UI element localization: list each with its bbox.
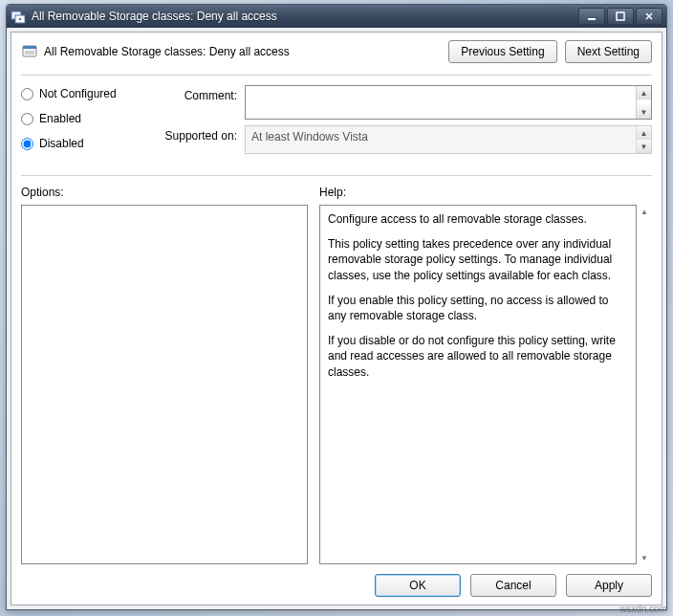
radio-disabled-label: Disabled xyxy=(39,137,84,150)
comment-label: Comment: xyxy=(151,85,237,120)
close-button[interactable] xyxy=(636,8,662,25)
comment-supported-column: Comment: ▲ ▼ Supported on: At least Wind… xyxy=(151,85,652,160)
svg-rect-8 xyxy=(23,46,36,49)
scroll-down-icon[interactable]: ▼ xyxy=(637,551,652,564)
radio-enabled-input[interactable] xyxy=(21,113,33,125)
radio-group: Not Configured Enabled Disabled xyxy=(21,85,134,160)
supported-scroll: ▲ ▼ xyxy=(636,126,651,153)
nav-buttons: Previous Setting Next Setting xyxy=(448,40,652,63)
comment-scroll: ▲ ▼ xyxy=(636,86,651,119)
svg-point-2 xyxy=(19,18,22,21)
options-pane xyxy=(21,205,308,564)
section-labels: Options: Help: xyxy=(21,186,652,199)
help-scroll: ▲ ▼ xyxy=(637,205,652,564)
window-controls xyxy=(578,8,662,25)
radio-enabled[interactable]: Enabled xyxy=(21,112,134,125)
radio-enabled-label: Enabled xyxy=(39,112,81,125)
divider xyxy=(21,75,652,76)
supported-value: At least Windows Vista xyxy=(246,126,636,153)
apply-button[interactable]: Apply xyxy=(566,574,652,597)
help-paragraph: This policy setting takes precedence ove… xyxy=(328,236,628,283)
window-title: All Removable Storage classes: Deny all … xyxy=(32,10,578,23)
scroll-down-icon[interactable]: ▼ xyxy=(637,140,651,153)
config-row: Not Configured Enabled Disabled Comment: xyxy=(21,85,652,160)
scroll-up-icon[interactable]: ▲ xyxy=(637,126,651,140)
radio-disabled-input[interactable] xyxy=(21,138,33,150)
panes: Configure access to all removable storag… xyxy=(21,205,652,564)
client-area: All Removable Storage classes: Deny all … xyxy=(11,32,662,605)
radio-not-configured-label: Not Configured xyxy=(39,87,117,100)
radio-disabled[interactable]: Disabled xyxy=(21,137,134,150)
policy-title: All Removable Storage classes: Deny all … xyxy=(44,45,448,58)
maximize-button[interactable] xyxy=(607,8,634,25)
radio-not-configured[interactable]: Not Configured xyxy=(21,87,134,100)
help-paragraph: If you disable or do not configure this … xyxy=(328,333,628,380)
cancel-button[interactable]: Cancel xyxy=(470,574,556,597)
supported-field: At least Windows Vista ▲ ▼ xyxy=(245,125,652,154)
scroll-up-icon[interactable]: ▲ xyxy=(637,86,651,99)
watermark: wsxdn.com xyxy=(619,604,667,614)
supported-label: Supported on: xyxy=(151,125,237,154)
minimize-button[interactable] xyxy=(578,8,605,25)
scroll-up-icon[interactable]: ▲ xyxy=(637,205,652,218)
scroll-down-icon[interactable]: ▼ xyxy=(637,105,651,119)
comment-field-wrap: ▲ ▼ xyxy=(245,85,652,120)
help-paragraph: Configure access to all removable storag… xyxy=(328,211,628,227)
svg-rect-3 xyxy=(588,18,596,20)
help-pane: Configure access to all removable storag… xyxy=(319,205,637,564)
divider xyxy=(21,175,652,176)
svg-rect-4 xyxy=(617,12,624,20)
ok-button[interactable]: OK xyxy=(375,574,461,597)
help-pane-wrap: Configure access to all removable storag… xyxy=(319,205,652,564)
help-label: Help: xyxy=(319,186,652,199)
policy-dialog-window: All Removable Storage classes: Deny all … xyxy=(6,4,667,610)
titlebar[interactable]: All Removable Storage classes: Deny all … xyxy=(7,5,666,28)
next-setting-button[interactable]: Next Setting xyxy=(565,40,652,63)
comment-field[interactable] xyxy=(246,86,636,119)
radio-not-configured-input[interactable] xyxy=(21,88,33,100)
supported-row: Supported on: At least Windows Vista ▲ ▼ xyxy=(151,125,652,154)
header-row: All Removable Storage classes: Deny all … xyxy=(21,40,652,63)
app-icon xyxy=(11,9,26,24)
policy-icon xyxy=(21,43,38,60)
comment-row: Comment: ▲ ▼ xyxy=(151,85,652,120)
options-label: Options: xyxy=(21,186,308,199)
dialog-buttons: OK Cancel Apply xyxy=(21,564,652,597)
help-paragraph: If you enable this policy setting, no ac… xyxy=(328,293,628,323)
previous-setting-button[interactable]: Previous Setting xyxy=(448,40,556,63)
